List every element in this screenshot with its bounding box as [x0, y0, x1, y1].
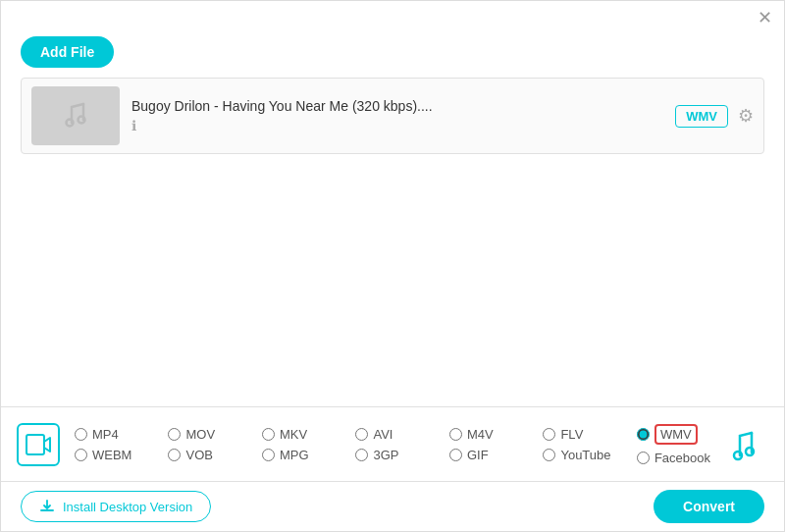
format-gif[interactable]: GIF: [449, 448, 543, 462]
format-flv[interactable]: FLV: [543, 427, 636, 442]
convert-button[interactable]: Convert: [654, 490, 764, 523]
file-name: Bugoy Drilon - Having You Near Me (320 k…: [131, 98, 663, 114]
format-wmv[interactable]: WMV: [637, 424, 710, 445]
format-badge[interactable]: WMV: [675, 105, 728, 128]
svg-point-1: [78, 117, 85, 124]
install-desktop-button[interactable]: Install Desktop Version: [21, 491, 211, 522]
file-info: Bugoy Drilon - Having You Near Me (320 k…: [131, 98, 663, 133]
svg-point-0: [67, 120, 74, 127]
info-icon[interactable]: ℹ: [131, 118, 663, 133]
format-options: MP4 MOV MKV AVI M4V FLV WEBM VOB MPG 3GP: [75, 427, 637, 462]
audio-icon-area[interactable]: [720, 417, 774, 471]
audio-icon: [730, 427, 765, 462]
format-webm[interactable]: WEBM: [75, 448, 168, 462]
format-3gp[interactable]: 3GP: [355, 448, 448, 462]
file-actions: WMV ⚙: [675, 105, 754, 128]
music-icon: [56, 96, 95, 135]
format-mp4[interactable]: MP4: [75, 427, 168, 442]
svg-point-3: [734, 452, 742, 459]
format-facebook[interactable]: Facebook: [637, 451, 710, 465]
add-file-button[interactable]: Add File: [21, 36, 114, 68]
file-list: Bugoy Drilon - Having You Near Me (320 k…: [21, 78, 764, 154]
format-vob[interactable]: VOB: [168, 448, 261, 462]
title-bar: ✕: [1, 1, 784, 30]
format-mkv[interactable]: MKV: [262, 427, 355, 442]
format-m4v[interactable]: M4V: [449, 427, 543, 442]
svg-rect-2: [26, 435, 44, 454]
wmv-facebook-column: WMV Facebook: [637, 424, 710, 465]
install-label: Install Desktop Version: [63, 500, 192, 514]
file-item: Bugoy Drilon - Having You Near Me (320 k…: [22, 79, 763, 153]
close-button[interactable]: ✕: [758, 9, 772, 27]
download-icon: [39, 499, 55, 514]
settings-icon[interactable]: ⚙: [738, 105, 754, 127]
format-mpg[interactable]: MPG: [262, 448, 355, 462]
video-icon: [17, 423, 60, 466]
video-format-icon-area[interactable]: [11, 417, 65, 471]
main-content: [1, 154, 784, 350]
file-thumbnail: [31, 86, 120, 145]
format-mov[interactable]: MOV: [168, 427, 261, 442]
svg-point-4: [746, 448, 754, 455]
format-youtube[interactable]: YouTube: [543, 448, 636, 462]
toolbar: Add File: [1, 30, 784, 78]
wmv-label: WMV: [654, 424, 698, 445]
format-bar: MP4 MOV MKV AVI M4V FLV WEBM VOB MPG 3GP: [1, 406, 784, 482]
format-avi[interactable]: AVI: [355, 427, 448, 442]
footer: Install Desktop Version Convert: [1, 482, 784, 531]
